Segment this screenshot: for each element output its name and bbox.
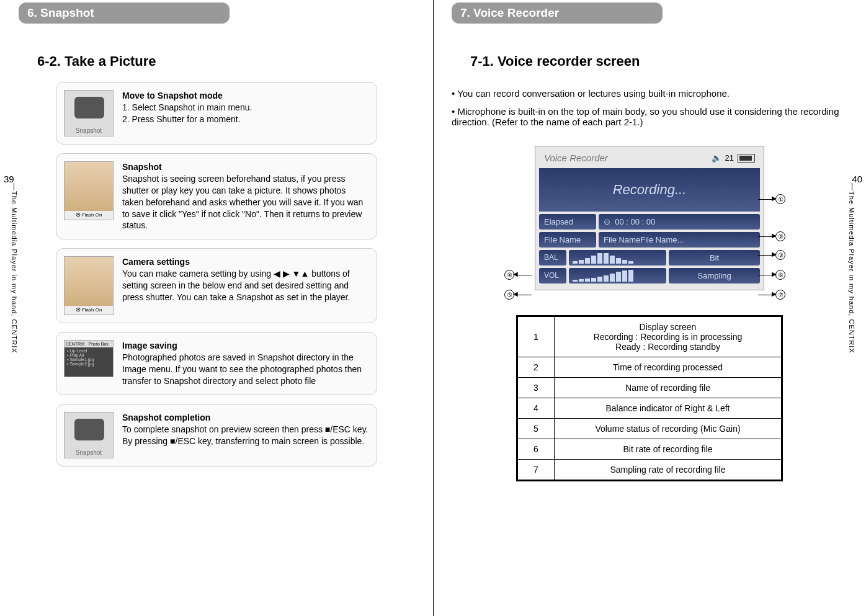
callout-3: ③	[758, 250, 785, 260]
section-header-right: 7. Voice Recorder	[452, 2, 663, 24]
vr-bal-label: BAL	[539, 250, 566, 266]
feature-snapshot: Snapshot Snapshot is seeing screen befor…	[56, 153, 377, 239]
feature-body: Photographed photos are saved in Snapsho…	[122, 352, 369, 387]
table-cell: 6	[517, 439, 555, 460]
intro-text-1: • You can record conversation or lecture…	[452, 88, 847, 99]
intro-block: • You can record conversation or lecture…	[452, 88, 847, 127]
table-cell: Time of recording processed	[555, 357, 782, 378]
feature-image-saving: CENTRIX Photo Box ▪ Up Level▪ Play All▪ …	[56, 332, 377, 395]
callout-2: ②	[758, 231, 785, 241]
sidebar-text-left: The Multimedia Player in my hand, CENTRI…	[11, 191, 18, 365]
vr-bit-label: Bit	[669, 250, 760, 266]
vr-filename-value: File NameFile Name...	[599, 232, 760, 248]
section-header-left: 6. Snapshot	[19, 2, 230, 24]
feature-body: You can make camera setting by using ◀ ▶…	[122, 268, 369, 303]
table-cell: 5	[517, 419, 555, 439]
table-row: 1Display screen Recording : Recording is…	[517, 316, 782, 357]
table-row: 7Sampling rate of recording file	[517, 460, 782, 481]
table-cell: Sampling rate of recording file	[555, 460, 782, 481]
vr-elapsed-label: Elapsed	[539, 214, 596, 230]
table-cell: 7	[517, 460, 555, 481]
voice-recorder-screen: Voice Recorder 🔈 21 Recording... Elapsed…	[535, 146, 764, 290]
document-spread: 6. Snapshot 6-2. Take a Picture 39 The M…	[0, 0, 866, 616]
vr-vol-bars	[569, 268, 666, 283]
feature-body: To complete snapshot on preview screen t…	[122, 424, 369, 447]
sidebar-text-right: The Multimedia Player in my hand, CENTRI…	[848, 191, 855, 365]
table-row: 2Time of recording processed	[517, 357, 782, 378]
table-row: 4Balance indicator of Right & Left	[517, 398, 782, 419]
camera-settings-image	[64, 256, 114, 315]
feature-title: Camera settings	[122, 256, 369, 268]
feature-text: Snapshot Snapshot is seeing screen befor…	[122, 161, 369, 231]
vr-filename-label: File Name	[539, 232, 596, 248]
feature-snapshot-completion: Snapshot completion To complete snapshot…	[56, 404, 377, 466]
vr-title: Voice Recorder	[544, 153, 608, 163]
callout-4: ④	[504, 270, 532, 280]
battery-number: 21	[725, 153, 734, 163]
callout-6: ⑥	[758, 270, 785, 280]
table-cell: Volume status of recording (Mic Gain)	[555, 419, 782, 439]
table-row: 3Name of recording file	[517, 378, 782, 398]
feature-text: Snapshot completion To complete snapshot…	[122, 412, 369, 458]
sidebar-rule-left	[14, 183, 14, 190]
table-cell: Name of recording file	[555, 378, 782, 398]
callout-5: ⑤	[504, 290, 532, 300]
feature-title: Image saving	[122, 340, 369, 352]
left-page: 6. Snapshot 6-2. Take a Picture 39 The M…	[0, 0, 433, 616]
image-list-mock: CENTRIX Photo Box ▪ Up Level▪ Play All▪ …	[64, 340, 114, 377]
feature-body: Snapshot is seeing screen beforehand sta…	[122, 173, 369, 231]
table-row: 5Volume status of recording (Mic Gain)	[517, 419, 782, 439]
feature-title: Snapshot completion	[122, 412, 369, 424]
snapshot-preview-image	[64, 161, 114, 220]
feature-move-snapshot: Move to Snapshot mode 1. Select Snapshot…	[56, 82, 377, 145]
table-cell: 4	[517, 398, 555, 419]
battery-icon	[738, 154, 755, 163]
feature-title: Move to Snapshot mode	[122, 90, 252, 102]
page-number-left: 39	[4, 174, 14, 184]
feature-title: Snapshot	[122, 161, 369, 173]
vr-bal-bars	[569, 250, 666, 266]
voice-recorder-figure: Voice Recorder 🔈 21 Recording... Elapsed…	[452, 146, 847, 290]
feature-text: Camera settings You can make camera sett…	[122, 256, 369, 315]
description-table: 1Display screen Recording : Recording is…	[516, 315, 783, 481]
callout-1: ①	[758, 194, 785, 204]
table-cell: 3	[517, 378, 555, 398]
table-cell: Balance indicator of Right & Left	[555, 398, 782, 419]
feature-body: 1. Select Snapshot in main menu. 2. Pres…	[122, 102, 252, 125]
vr-vol-label: VOL	[539, 268, 566, 283]
vr-battery: 🔈 21	[712, 153, 755, 163]
snapshot-icon	[64, 412, 114, 458]
vr-status: Recording...	[539, 168, 760, 212]
table-row: 6Bit rate of recording file	[517, 439, 782, 460]
table-cell: Bit rate of recording file	[555, 439, 782, 460]
table-cell: 2	[517, 357, 555, 378]
vr-sampling-label: Sampling	[669, 268, 760, 283]
table-cell: Display screen Recording : Recording is …	[555, 316, 782, 357]
page-title-right: 7-1. Voice recorder screen	[470, 53, 847, 69]
table-cell: 1	[517, 316, 555, 357]
snapshot-icon	[64, 90, 114, 136]
page-number-right: 40	[852, 174, 862, 184]
right-page: 7. Voice Recorder 7-1. Voice recorder sc…	[433, 0, 866, 616]
page-title-left: 6-2. Take a Picture	[37, 53, 414, 69]
callout-7: ⑦	[758, 290, 785, 300]
sidebar-rule-right	[852, 183, 852, 190]
feature-text: Move to Snapshot mode 1. Select Snapshot…	[122, 90, 252, 136]
vr-elapsed-value: ⊙ 00 : 00 : 00	[599, 214, 760, 230]
feature-camera-settings: Camera settings You can make camera sett…	[56, 248, 377, 323]
feature-text: Image saving Photographed photos are sav…	[122, 340, 369, 387]
speaker-icon: 🔈	[712, 153, 721, 163]
intro-text-2: • Microphone is built-in on the top of m…	[452, 106, 847, 127]
